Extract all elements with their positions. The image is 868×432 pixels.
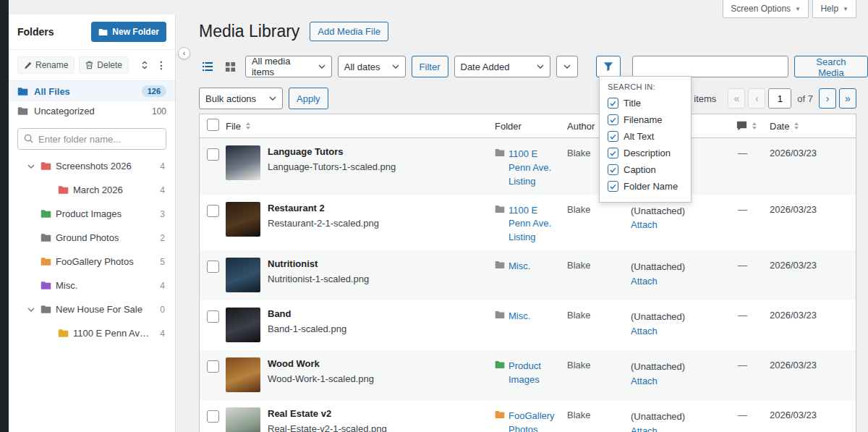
media-thumbnail[interactable] xyxy=(226,258,260,292)
sidebar-folder-item[interactable]: FooGallery Photos 5 xyxy=(9,250,175,274)
row-checkbox[interactable] xyxy=(207,360,219,373)
tree-chevron-icon[interactable] xyxy=(27,164,36,169)
media-title-link[interactable]: Nutritionist xyxy=(268,258,369,269)
sidebar-folder-item[interactable]: Product Images 3 xyxy=(9,202,175,226)
new-folder-button[interactable]: New Folder xyxy=(91,22,166,42)
media-thumbnail[interactable] xyxy=(226,357,260,392)
media-title-link[interactable]: Real Estate v2 xyxy=(268,407,387,419)
attach-link[interactable]: Attach xyxy=(631,274,732,289)
folder-link[interactable]: 1100 E Penn Ave. Listing xyxy=(509,204,560,245)
sort-direction-button[interactable] xyxy=(556,56,578,77)
rename-button[interactable]: Rename xyxy=(17,56,75,74)
search-in-option[interactable]: Filename xyxy=(608,111,683,128)
media-type-filter-select[interactable]: All media items xyxy=(245,56,332,77)
row-checkbox[interactable] xyxy=(207,148,219,161)
sidebar-folder-item[interactable]: 1100 E Penn Ave. Listing 4 xyxy=(9,321,175,345)
row-checkbox[interactable] xyxy=(207,205,219,217)
media-title-link[interactable]: Language Tutors xyxy=(268,145,396,157)
column-header-date[interactable]: Date xyxy=(770,121,856,132)
last-page-button[interactable]: » xyxy=(839,88,856,109)
column-header-file[interactable]: File xyxy=(226,121,495,132)
attached-status: (Unattached) xyxy=(631,206,685,216)
folder-link[interactable]: Misc. xyxy=(509,260,530,274)
select-all-checkbox[interactable] xyxy=(207,119,219,131)
media-thumbnail[interactable] xyxy=(226,202,260,237)
sidebar-folder-item[interactable]: Screenshots 2026 4 xyxy=(9,154,175,178)
media-search-input[interactable] xyxy=(632,56,788,77)
search-in-option[interactable]: Title xyxy=(608,95,683,111)
sidebar-item-uncategorized[interactable]: Uncategorized 100 xyxy=(9,101,175,121)
screen-options-button[interactable]: Screen Options ▼ xyxy=(723,0,809,18)
delete-button[interactable]: Delete xyxy=(79,56,129,74)
orderby-filter-select[interactable]: Date Added xyxy=(454,56,551,77)
collapse-sidebar-button[interactable]: ‹ xyxy=(178,47,190,59)
checkbox-checked-icon[interactable] xyxy=(608,148,618,158)
attach-link[interactable]: Attach xyxy=(631,218,732,232)
checkbox-checked-icon[interactable] xyxy=(608,98,618,109)
bulk-actions-select[interactable]: Bulk actions xyxy=(199,88,283,109)
author-link[interactable]: Blake xyxy=(567,310,591,321)
attach-link[interactable]: Attach xyxy=(631,374,732,389)
media-title-link[interactable]: Wood Work xyxy=(268,357,374,369)
author-link[interactable]: Blake xyxy=(567,360,591,370)
current-page-input[interactable] xyxy=(768,88,791,109)
media-thumbnail[interactable] xyxy=(226,308,260,342)
next-page-button[interactable]: › xyxy=(819,88,836,109)
folder-name: 1100 E Penn Ave. Listing xyxy=(73,328,151,339)
search-in-option[interactable]: Description xyxy=(608,145,683,161)
checkbox-checked-icon[interactable] xyxy=(608,164,618,175)
prev-page-button[interactable]: ‹ xyxy=(748,88,765,109)
add-media-file-button[interactable]: Add Media File xyxy=(310,22,388,41)
search-media-button[interactable]: Search Media xyxy=(794,56,868,77)
attach-link[interactable]: Attach xyxy=(631,424,732,432)
folder-search-input[interactable] xyxy=(17,128,166,150)
sidebar-folder-item[interactable]: Ground Photos 2 xyxy=(9,226,175,250)
search-in-option[interactable]: Folder Name xyxy=(608,178,683,195)
checkbox-checked-icon[interactable] xyxy=(608,181,618,192)
author-link[interactable]: Blake xyxy=(567,148,591,158)
search-filter-toggle-button[interactable] xyxy=(596,56,621,77)
date-filter-select[interactable]: All dates xyxy=(338,56,406,77)
first-page-button[interactable]: « xyxy=(728,88,745,109)
folder-name: Ground Photos xyxy=(56,232,119,243)
sidebar-folder-item[interactable]: Misc. 4 xyxy=(9,274,175,297)
table-row: Real Estate v2 Real-Estate-v2-1-scaled.p… xyxy=(200,400,856,432)
grid-view-icon[interactable] xyxy=(222,58,239,75)
folder-link[interactable]: Misc. xyxy=(509,310,530,323)
more-options-icon[interactable]: ⋮ xyxy=(156,60,166,70)
folder-link[interactable]: Product Images xyxy=(509,360,560,387)
attach-link[interactable]: Attach xyxy=(631,324,732,339)
author-link[interactable]: Blake xyxy=(567,260,591,271)
search-in-option[interactable]: Alt Text xyxy=(608,128,683,145)
sidebar-folder-item[interactable]: New House For Sale 0 xyxy=(9,297,175,321)
media-thumbnail[interactable] xyxy=(226,145,260,180)
sidebar-folder-item[interactable]: March 2026 4 xyxy=(9,178,175,202)
media-thumbnail[interactable] xyxy=(226,407,260,432)
checkbox-checked-icon[interactable] xyxy=(608,131,618,142)
column-header-comments[interactable] xyxy=(732,121,770,131)
list-view-icon[interactable] xyxy=(199,58,216,75)
media-title-link[interactable]: Restaurant 2 xyxy=(268,202,379,213)
folder-tree: Screenshots 2026 4 March 2026 4 Product … xyxy=(9,154,175,345)
collapse-all-icon[interactable] xyxy=(140,61,149,69)
row-checkbox[interactable] xyxy=(207,410,219,423)
tree-chevron-icon[interactable] xyxy=(27,308,36,312)
folder-link[interactable]: 1100 E Penn Ave. Listing xyxy=(509,148,560,189)
folder-icon xyxy=(41,233,51,242)
author-link[interactable]: Blake xyxy=(567,204,591,215)
chevron-down-icon xyxy=(318,64,326,69)
help-button[interactable]: Help ▼ xyxy=(812,0,856,18)
row-checkbox[interactable] xyxy=(207,310,219,323)
row-checkbox[interactable] xyxy=(207,261,219,273)
filter-button[interactable]: Filter xyxy=(412,56,448,77)
author-link[interactable]: Blake xyxy=(567,410,591,420)
folder-link[interactable]: FooGallery Photos xyxy=(509,410,560,432)
media-filename: Band-1-scaled.png xyxy=(268,323,346,334)
checkbox-checked-icon[interactable] xyxy=(608,114,618,125)
admin-menu-strip[interactable] xyxy=(0,0,9,432)
apply-button[interactable]: Apply xyxy=(289,88,328,109)
sidebar-item-all-files[interactable]: All Files 126 xyxy=(9,81,175,101)
search-in-option[interactable]: Caption xyxy=(608,161,683,178)
media-title-link[interactable]: Band xyxy=(268,308,346,319)
all-files-label: All Files xyxy=(34,86,70,97)
